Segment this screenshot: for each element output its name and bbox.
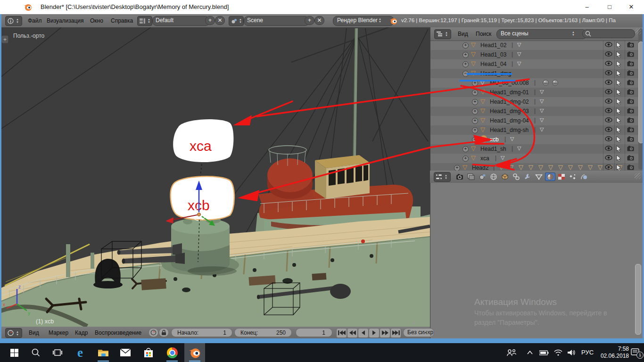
visibility-eye-icon[interactable] <box>605 51 612 57</box>
timeline-playback-menu[interactable]: Воспроизведение <box>95 329 141 336</box>
scene-name-field[interactable]: Scene <box>244 16 309 26</box>
properties-tab-render[interactable] <box>454 173 465 181</box>
outliner-row-xcb[interactable]: +▽xcb|▽ <box>430 135 643 144</box>
renderability-camera-icon[interactable] <box>627 146 634 151</box>
object-name[interactable]: Head1_04 <box>480 61 506 67</box>
add-panel-tab[interactable]: + <box>1 35 8 43</box>
expand-toggle-icon[interactable]: − <box>462 71 469 77</box>
expand-toggle-icon[interactable]: + <box>462 146 469 152</box>
menu-window[interactable]: Окно <box>90 17 103 24</box>
delete-scene-button[interactable]: ✕ <box>314 16 324 25</box>
expand-toggle-icon[interactable]: + <box>472 99 478 105</box>
outliner-row-Head1_02[interactable]: +▽Head1_02|▽ <box>430 41 643 50</box>
visibility-eye-icon[interactable] <box>605 165 612 170</box>
properties-tab-physics[interactable] <box>579 173 589 181</box>
properties-tab-object[interactable] <box>500 173 510 181</box>
current-frame-field[interactable]: 1 <box>296 328 332 337</box>
tray-overflow-button[interactable] <box>522 343 537 362</box>
visibility-eye-icon[interactable] <box>605 42 612 47</box>
renderability-camera-icon[interactable] <box>627 136 634 142</box>
viewport-3d[interactable]: xca xcb Польз.-орто (1) xcb z x y <box>1 27 430 327</box>
selectability-cursor-icon[interactable] <box>616 51 622 58</box>
outliner-row-Head1_dmg-03[interactable]: +▽Head1_dmg-03|▽ <box>430 107 643 116</box>
visibility-eye-icon[interactable] <box>605 99 612 104</box>
object-name[interactable]: Head1_03 <box>480 51 506 58</box>
visibility-eye-icon[interactable] <box>605 127 612 132</box>
taskbar-clock[interactable]: 7:5802.06.2018 <box>600 346 629 360</box>
menu-render[interactable]: Визуализация <box>47 17 84 24</box>
expand-toggle-icon[interactable]: + <box>472 90 478 96</box>
selectability-cursor-icon[interactable] <box>616 117 622 124</box>
outliner-row-Head1_04[interactable]: +▽Head1_04|▽ <box>430 59 643 69</box>
maximize-button[interactable]: □ <box>602 2 618 12</box>
selectability-cursor-icon[interactable] <box>616 80 622 86</box>
blender-app-button[interactable] <box>184 343 205 362</box>
properties-tab-modifiers[interactable] <box>522 173 533 181</box>
properties-tab-render-layers[interactable] <box>466 173 476 181</box>
selectability-cursor-icon[interactable] <box>616 165 622 171</box>
chrome-button[interactable] <box>162 343 182 362</box>
menu-help[interactable]: Справка <box>111 17 133 24</box>
renderability-camera-icon[interactable] <box>627 89 634 95</box>
expand-toggle-icon[interactable]: + <box>472 108 478 115</box>
outliner-row-MO_08_00.008[interactable]: +▽MO_08_00.008| <box>430 78 643 88</box>
visibility-eye-icon[interactable] <box>605 146 612 151</box>
scene-selector-icon[interactable]: ▲▼ <box>229 16 244 26</box>
corner-grip[interactable] <box>635 28 641 34</box>
expand-toggle-icon[interactable]: + <box>462 42 469 49</box>
editor-type-selector[interactable]: ▲▼ <box>434 172 451 182</box>
av-sync-dropdown[interactable]: Без синхр <box>403 328 434 337</box>
editor-type-selector[interactable]: ▲▼ <box>5 16 22 26</box>
editor-type-selector[interactable]: ▲▼ <box>5 328 22 338</box>
action-center-button[interactable]: 1 <box>627 343 644 362</box>
collapse-panel-plus-icon[interactable]: + <box>412 319 416 327</box>
expand-toggle-icon[interactable]: + <box>472 80 478 86</box>
renderability-camera-icon[interactable] <box>627 61 634 66</box>
people-button[interactable] <box>503 343 520 362</box>
corner-grip[interactable] <box>635 173 641 179</box>
minimize-button[interactable]: – <box>579 2 595 12</box>
playback-next-keyframe-button[interactable] <box>380 328 390 338</box>
file-explorer-button[interactable] <box>93 343 114 362</box>
object-name[interactable]: Head1_dmg <box>480 70 511 77</box>
selectability-cursor-icon[interactable] <box>616 155 622 162</box>
object-name[interactable]: Head1_dmg-03 <box>490 108 529 115</box>
volume-status[interactable] <box>564 343 579 362</box>
editor-type-selector[interactable]: ▲▼ <box>434 29 451 39</box>
properties-tab-material[interactable] <box>545 173 555 181</box>
timeline-view-menu[interactable]: Вид <box>29 329 39 336</box>
expand-toggle-icon[interactable]: + <box>472 137 478 143</box>
renderability-camera-icon[interactable] <box>627 165 634 170</box>
timeline-frame-menu[interactable]: Кадр <box>75 329 88 336</box>
expand-toggle-icon[interactable]: + <box>462 52 469 58</box>
outliner-row-Head1_dmg-02[interactable]: +▽Head1_dmg-02|▽ <box>430 97 643 107</box>
expand-toggle-icon[interactable]: + <box>462 61 469 67</box>
renderability-camera-icon[interactable] <box>627 80 634 85</box>
visibility-eye-icon[interactable] <box>605 61 612 66</box>
render-engine-dropdown[interactable]: Рендер Blender <box>333 16 394 26</box>
outliner-row-xca[interactable]: +▽xca|▽ <box>430 154 643 163</box>
outliner-row-Head2[interactable]: +▽Head2|▽▽▽▽▽▽▽▽▽▽▽▽▽ <box>430 163 643 171</box>
taskbar-search-button[interactable] <box>25 343 46 362</box>
menu-file[interactable]: Файл <box>28 17 42 24</box>
outliner-row-Head1_03[interactable]: +▽Head1_03|▽ <box>430 50 643 59</box>
object-name[interactable]: xcb <box>490 136 499 143</box>
renderability-camera-icon[interactable] <box>627 99 634 104</box>
preview-range-toggle[interactable] <box>149 328 158 337</box>
mail-button[interactable] <box>115 343 136 362</box>
renderability-camera-icon[interactable] <box>627 108 634 114</box>
playback-jump-end-button[interactable] <box>390 328 401 338</box>
outliner-search-menu[interactable]: Поиск <box>476 31 491 37</box>
object-name[interactable]: MO_08_00.008 <box>490 80 529 86</box>
layout-name-field[interactable]: Default <box>152 16 210 26</box>
visibility-eye-icon[interactable] <box>605 80 612 85</box>
selectability-cursor-icon[interactable] <box>616 136 622 143</box>
add-layout-button[interactable]: + <box>205 16 215 25</box>
outliner-row-Head1_dmg[interactable]: −▽Head1_dmg <box>430 69 643 78</box>
properties-tab-scene[interactable] <box>477 173 487 181</box>
object-name[interactable]: Head2 <box>472 165 488 171</box>
object-name[interactable]: Head1_sh <box>480 146 506 152</box>
corner-grip[interactable] <box>422 329 429 335</box>
visibility-eye-icon[interactable] <box>605 108 612 113</box>
frame-end-field[interactable]: Конец: 250 <box>234 328 292 337</box>
